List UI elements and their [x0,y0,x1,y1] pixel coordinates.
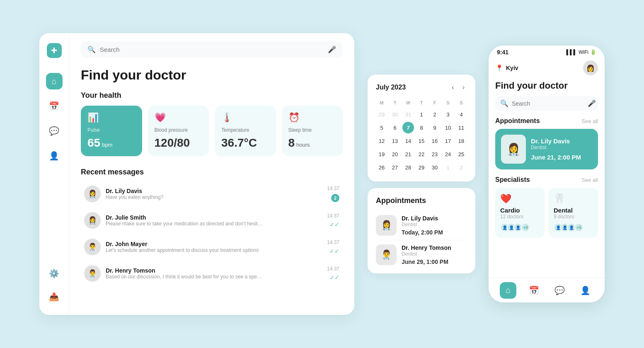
mobile-mic-icon[interactable]: 🎤 [588,99,596,107]
more-avatars-badge: +5 [574,223,583,232]
calendar-day[interactable]: 11 [455,122,467,133]
avatar: 👨‍⚕️ [84,265,101,282]
message-meta: 14:37 ✓✓ [327,239,339,254]
avatar: 👨‍⚕️ [84,239,101,255]
calendar-day[interactable]: 25 [455,148,467,160]
calendar-prev-button[interactable]: ‹ [449,83,456,92]
message-meta: 14:37 2 [327,186,339,202]
message-item[interactable]: 👨‍⚕️ Dr. Henry Tomson Based on our discu… [81,261,343,286]
calendar-day[interactable]: 5 [376,122,387,133]
read-check-icon: ✓✓ [329,248,339,254]
message-time: 14:37 [327,239,339,245]
message-body: Dr. Julie Smith Please make sure to take… [106,214,322,227]
calendar-day[interactable]: 19 [376,148,387,160]
read-check-icon: ✓✓ [329,274,339,281]
calendar-day[interactable]: 10 [442,122,454,133]
sidebar-item-messages[interactable]: 💬 [46,123,63,139]
mobile-nav-home[interactable]: ⌂ [500,282,516,299]
calendar-day[interactable]: 2 [429,109,441,120]
appointment-name: Dr. Lily Davis [402,215,443,222]
calendar-day[interactable]: 21 [402,148,414,160]
calendar-day[interactable]: 24 [442,148,454,160]
mobile-search-input[interactable] [512,100,584,107]
search-input[interactable] [100,46,324,53]
message-time: 14:37 [327,266,339,272]
calendar-card: July 2023 ‹ › M T W T F S S 29 30 31 1 2… [368,75,475,181]
calendar-day[interactable]: 27 [389,162,401,173]
calendar-day[interactable]: 29 [376,109,387,120]
wifi-icon: WiFi [579,49,588,55]
calendar-day[interactable]: 1 [442,162,454,173]
appointment-time: June 29, 1:00 PM [402,259,451,265]
calendar-day[interactable]: 4 [455,109,467,120]
calendar-day[interactable]: 31 [402,109,414,120]
specialist-card-cardio[interactable]: ❤️ Cardio 12 doctors 👤 👤 👤 +8 [495,188,545,238]
calendar-day[interactable]: 6 [389,122,401,133]
appointment-item[interactable]: 👩‍⚕️ Dr. Lily Davis Dentist Today, 2:00 … [376,211,467,240]
calendar-day[interactable]: 3 [442,109,454,120]
calendar-nav: ‹ › [449,83,467,92]
dental-icon: 🦷 [554,193,593,204]
mobile-status-bar: 9:41 ▌▌▌ WiFi 🔋 [489,46,605,57]
calendar-day[interactable]: 20 [389,148,401,160]
calendar-next-button[interactable]: › [460,83,467,92]
sidebar-item-calendar[interactable]: 📅 [46,98,63,114]
calendar-day[interactable]: 2 [455,162,467,173]
mobile-appointment-info: Dr. Lily Davis Dentist June 21, 2:00 PM [531,138,581,161]
bp-card: 💗 Blood pressure 120/80 [148,106,209,156]
calendar-day[interactable]: 22 [416,148,427,160]
calendar-day[interactable]: 17 [442,135,454,147]
mobile-frame: 9:41 ▌▌▌ WiFi 🔋 📍 Kyiv 👩 Find your docto… [489,46,605,302]
search-bar[interactable]: 🔍 🎤 [81,41,343,58]
mobile-search-icon: 🔍 [500,99,508,107]
mobile-appointment-card[interactable]: 👩‍⚕️ Dr. Lily Davis Dentist June 21, 2:0… [495,129,598,169]
calendar-day[interactable]: 30 [389,109,401,120]
calendar-day[interactable]: 30 [429,162,441,173]
pulse-card: 📊 Pulse 65bpm [81,106,142,156]
mobile-search-bar[interactable]: 🔍 🎤 [495,96,598,111]
calendar-day[interactable]: 1 [416,109,427,120]
day-label: S [455,99,467,107]
calendar-day[interactable]: 18 [455,135,467,147]
specialist-card-dental[interactable]: 🦷 Dental 9 doctors 👤 👤 👤 +5 [549,188,598,238]
mic-icon[interactable]: 🎤 [328,46,336,53]
avatar: 👩‍⚕️ [84,212,101,229]
mobile-nav-calendar[interactable]: 📅 [525,282,542,299]
sidebar-item-settings[interactable]: ⚙️ [46,265,63,282]
calendar-day[interactable]: 14 [402,135,414,147]
messages-title: Recent messages [81,168,343,176]
calendar-day[interactable]: 8 [416,122,427,133]
calendar-day[interactable]: 28 [402,162,414,173]
appointment-item[interactable]: 👨‍⚕️ Dr. Henry Tomson Dentist June 29, 1… [376,240,467,265]
location-text: Kyiv [506,65,518,71]
message-item[interactable]: 👩‍⚕️ Dr. Julie Smith Please make sure to… [81,208,343,233]
mobile-bottom-nav: ⌂ 📅 💬 👤 [489,278,605,302]
appointments-see-all[interactable]: See all [581,118,598,124]
sidebar-item-profile[interactable]: 👤 [46,147,63,164]
calendar-day[interactable]: 12 [376,135,387,147]
appointment-specialty: Dentist [402,222,443,227]
specialists-see-all[interactable]: See all [581,177,598,183]
day-label: M [376,99,387,107]
message-item[interactable]: 👨‍⚕️ Dr. John Mayer Let's schedule anoth… [81,234,343,259]
message-preview: Let's schedule another appointment to di… [106,247,263,253]
calendar-day[interactable]: 26 [376,162,387,173]
sidebar-item-home[interactable]: ⌂ [46,73,63,89]
calendar-day[interactable]: 16 [429,135,441,147]
mobile-nav-messages[interactable]: 💬 [551,282,568,299]
calendar-day[interactable]: 23 [429,148,441,160]
mobile-nav-profile[interactable]: 👤 [577,282,593,299]
message-item[interactable]: 👩‍⚕️ Dr. Lily Davis Have you eaten anyth… [81,181,343,206]
pulse-value: 65bpm [87,136,136,150]
calendar-day[interactable]: 15 [416,135,427,147]
sidebar-item-logout[interactable]: 📤 [46,288,63,305]
cardio-icon: ❤️ [500,193,540,204]
calendar-day[interactable]: 29 [416,162,427,173]
calendar-day[interactable]: 9 [429,122,441,133]
calendar-day-today[interactable]: 7 [402,122,414,133]
specialist-name: Cardio [500,207,540,214]
specialists-grid: ❤️ Cardio 12 doctors 👤 👤 👤 +8 🦷 Dental 9… [495,188,598,238]
day-label: S [442,99,454,107]
calendar-day[interactable]: 13 [389,135,401,147]
user-avatar[interactable]: 👩 [583,60,598,75]
